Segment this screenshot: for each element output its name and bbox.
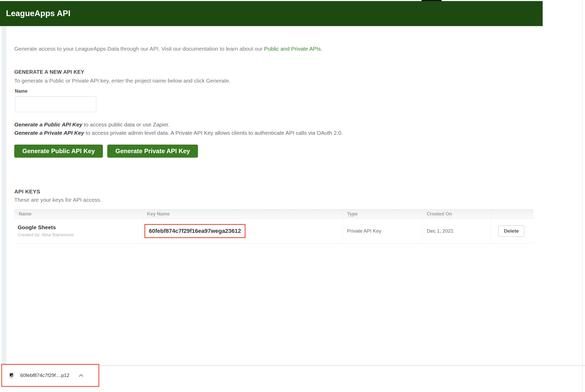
right-edge-line [582, 1, 583, 392]
delete-key-button[interactable]: Delete [498, 225, 524, 237]
downloaded-file-item[interactable]: 60febf874c7f29f....p12 [1, 364, 99, 387]
api-keys-heading: API KEYS [14, 188, 40, 195]
table-row: Google Sheets Created by: Alisa Bajramov… [14, 219, 533, 244]
api-keys-table: Name Key Name Type Created On Google She… [14, 209, 533, 244]
key-value-cell: 60febf874c7f29f16ea97wega23612 [142, 219, 342, 243]
column-header-name: Name [14, 209, 142, 218]
private-key-description-bold: Generate a Private API Key [14, 130, 84, 136]
project-name-input[interactable] [15, 96, 96, 112]
public-private-apis-link[interactable]: Public and Private APIs. [264, 46, 322, 52]
p12-file-icon [9, 372, 14, 379]
chevron-up-icon[interactable] [79, 374, 83, 377]
intro-text-body: Generate access to your LeagueApps Data … [14, 46, 264, 52]
key-project-name: Google Sheets [18, 224, 56, 231]
name-field-label: Name [15, 89, 28, 94]
key-type-cell: Private API Key [342, 219, 422, 243]
column-header-type[interactable]: Type [342, 209, 422, 218]
generate-section-heading: GENERATE A NEW API KEY [14, 69, 84, 75]
intro-text: Generate access to your LeagueApps Data … [14, 46, 322, 52]
generate-section-subheading: To generate a Public or Private API key,… [14, 78, 230, 84]
column-header-created-on[interactable]: Created On [422, 209, 491, 218]
public-key-description-rest: to access public data or use Zapier. [82, 121, 170, 127]
key-created-by: Created by: Alisa Bajramovic [18, 232, 74, 238]
public-key-description-bold: Generate a Public API Key [14, 121, 82, 127]
public-key-description: Generate a Public API Key to access publ… [14, 121, 170, 128]
generate-public-api-key-button[interactable]: Generate Public API Key [14, 145, 103, 158]
key-name-cell: Google Sheets Created by: Alisa Bajramov… [14, 219, 142, 243]
key-created-on-cell: Dec 1, 2021 [422, 219, 491, 243]
table-header-row: Name Key Name Type Created On [14, 209, 533, 219]
generate-private-api-key-button[interactable]: Generate Private API Key [107, 145, 198, 158]
private-key-description-rest: to access private admin level data. A Pr… [84, 130, 343, 136]
leagueapps-api-page: LeagueApps API Generate access to your L… [0, 0, 585, 392]
key-actions-cell: Delete [491, 219, 533, 243]
generate-buttons-row: Generate Public API Key Generate Private… [14, 145, 202, 158]
private-key-description: Generate a Private API Key to access pri… [14, 130, 343, 136]
api-key-value-highlighted: 60febf874c7f29f16ea97wega23612 [144, 224, 245, 238]
api-keys-subheading: These are your keys for API access. [14, 197, 102, 203]
page-header: LeagueApps API [0, 1, 543, 26]
column-header-key-name[interactable]: Key Name [142, 209, 342, 218]
downloaded-file-name: 60febf874c7f29f....p12 [20, 373, 69, 378]
page-title: LeagueApps API [6, 1, 70, 26]
left-gutter [2, 26, 6, 366]
column-header-actions [491, 209, 533, 218]
